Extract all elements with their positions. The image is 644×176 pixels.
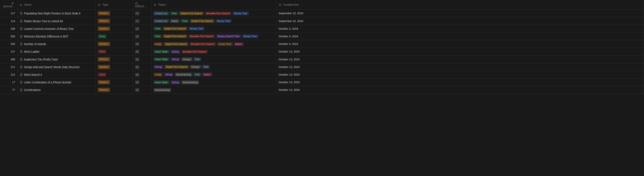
question-number-cell: 212 xyxy=(0,71,18,78)
name-cell[interactable]: Implement Trie (Prefix Tree) xyxy=(18,56,96,63)
header-name-label: Name xyxy=(24,3,32,6)
document-icon xyxy=(20,50,23,53)
created-time: October 13, 2024 xyxy=(278,50,300,53)
table-row[interactable]: 530Minimum Absolute Difference in BSTEas… xyxy=(0,33,644,40)
question-number-cell: 530 xyxy=(0,33,18,40)
header-topics[interactable]: Topics xyxy=(152,0,276,10)
created-time: September 24, 2024 xyxy=(278,20,303,23)
problem-name[interactable]: Letter Combination of a Phone Number xyxy=(24,81,72,84)
table-row[interactable]: 127Word LadderHard6Hash TableStringBread… xyxy=(0,48,644,56)
name-cell[interactable]: Word Ladder xyxy=(18,48,96,56)
name-cell[interactable]: Word Search Ii xyxy=(18,71,96,78)
topic-tag: Backtracking xyxy=(154,88,171,92)
topic-tag: Backtracking xyxy=(175,73,192,76)
hash-icon xyxy=(11,2,14,5)
header-question[interactable]: Questio… xyxy=(0,0,18,10)
svg-point-1 xyxy=(135,2,137,5)
table-row[interactable]: 17Letter Combination of a Phone NumberMe… xyxy=(0,78,644,86)
name-cell[interactable]: Lowest Common Ancestor of Binary Tree xyxy=(18,25,96,33)
question-number: 117 xyxy=(10,12,15,15)
header-created-label: Created time xyxy=(283,3,299,6)
name-cell[interactable]: Letter Combination of a Phone Number xyxy=(18,78,96,86)
topics-cell: Hash TableStringDesignTrie xyxy=(152,56,276,63)
question-number: 77 xyxy=(12,88,15,91)
table-row[interactable]: 114Flatten Binary Tree to Linked listMed… xyxy=(0,17,644,25)
topic-tag: String xyxy=(164,73,174,76)
type-pill: Hard xyxy=(98,72,106,77)
question-number-cell: 127 xyxy=(0,48,18,56)
created-time: October 3, 2024 xyxy=(278,27,298,30)
type-pill: Medium xyxy=(98,11,110,16)
topics-cell: ArrayStringBacktrackingTrieMatrix xyxy=(152,71,276,78)
topics-wrap: StringDepth-First SearchDesignTrie xyxy=(154,65,274,69)
table-row[interactable]: 200Number of IslandsMedium4ArrayDepth-Fi… xyxy=(0,40,644,48)
name-cell[interactable]: Populating Next Right Pointers in Each N… xyxy=(18,10,96,17)
problem-name[interactable]: Number of Islands xyxy=(24,42,46,46)
problem-name[interactable]: Lowest Common Ancestor of Binary Tree xyxy=(24,27,74,30)
table-row[interactable]: 208Implement Trie (Prefix Tree)Medium6Ha… xyxy=(0,56,644,63)
name-cell[interactable]: Flatten Binary Tree to Linked list xyxy=(18,17,96,25)
created-time: October 13, 2024 xyxy=(278,73,300,76)
topic-tag: Array xyxy=(154,42,163,46)
topic-tag: Binary Tree xyxy=(216,19,232,23)
topic-tag: Linked List xyxy=(154,12,169,15)
header-type[interactable]: Type xyxy=(96,0,133,10)
header-name[interactable]: Name xyxy=(18,0,96,10)
document-icon xyxy=(20,88,23,91)
name-wrapper: Number of Islands xyxy=(20,42,94,46)
name-wrapper: Word Search Ii xyxy=(20,73,94,76)
topics-cell: Hash TableStringBacktracking xyxy=(152,78,276,86)
header-question-label: Questio… xyxy=(3,5,15,8)
difficulty-cell: 4 xyxy=(133,33,152,40)
document-icon xyxy=(20,42,23,46)
problem-name[interactable]: Word Ladder xyxy=(24,50,40,53)
problem-name[interactable]: Implement Trie (Prefix Tree) xyxy=(24,58,58,61)
difficulty-cell: 8 xyxy=(133,63,152,71)
table-row[interactable]: 236Lowest Common Ancestor of Binary Tree… xyxy=(0,25,644,33)
problem-name[interactable]: Populating Next Right Pointers in Each N… xyxy=(24,12,80,15)
problem-name[interactable]: Design Add and Search Words Data Structu… xyxy=(24,65,80,69)
header-difficulty[interactable]: Difficult… xyxy=(133,0,152,10)
topic-tag: Depth-First Search xyxy=(163,34,187,38)
name-wrapper: Design Add and Search Words Data Structu… xyxy=(20,65,94,69)
topic-tag: Hash Table xyxy=(154,57,169,61)
name-cell[interactable]: Design Add and Search Words Data Structu… xyxy=(18,63,96,71)
type-cell: Medium xyxy=(96,40,133,48)
header-topics-label: Topics xyxy=(158,3,166,6)
type-pill: Medium xyxy=(98,27,110,31)
table-row[interactable]: 77CombinationsMedium6BacktrackingOctober… xyxy=(0,86,644,94)
header-difficulty-label: Difficult… xyxy=(135,5,147,8)
topic-tag: String xyxy=(154,65,163,69)
type-pill: Medium xyxy=(98,65,110,69)
clock-icon xyxy=(278,4,281,6)
header-created[interactable]: Created time xyxy=(276,0,644,10)
name-cell[interactable]: Minimum Absolute Difference in BST xyxy=(18,33,96,40)
problem-name[interactable]: Word Search Ii xyxy=(24,73,42,76)
table-row[interactable]: 117Populating Next Right Pointers in Eac… xyxy=(0,10,644,17)
created-time: October 13, 2024 xyxy=(278,81,300,84)
topics-cell: TreeDepth-First SearchBreadth-First Sear… xyxy=(152,33,276,40)
name-cell[interactable]: Combinations xyxy=(18,86,96,94)
topic-tag: Tree xyxy=(154,34,162,38)
table-row[interactable]: 212Word Search IiHard6ArrayStringBacktra… xyxy=(0,71,644,78)
question-number: 212 xyxy=(10,73,15,76)
topic-tag: Depth-First Search xyxy=(163,27,187,31)
question-number-cell: 236 xyxy=(0,25,18,33)
problem-name[interactable]: Flatten Binary Tree to Linked list xyxy=(24,20,63,23)
difficulty-value: 6 xyxy=(135,80,140,84)
topics-wrap: Backtracking xyxy=(154,88,274,92)
table-row[interactable]: 211Design Add and Search Words Data Stru… xyxy=(0,63,644,71)
type-pill: Medium xyxy=(98,19,110,23)
type-cell: Hard xyxy=(96,71,133,78)
problem-name[interactable]: Combinations xyxy=(24,88,41,91)
problem-name[interactable]: Minimum Absolute Difference in BST xyxy=(24,35,68,38)
difficulty-value: 4 xyxy=(135,42,140,46)
topics-cell: StringDepth-First SearchDesignTrie xyxy=(152,63,276,71)
name-cell[interactable]: Number of Islands xyxy=(18,40,96,48)
difficulty-value: 6 xyxy=(135,73,140,77)
topics-wrap: ArrayDepth-First SearchBreadth-First Sea… xyxy=(154,42,274,46)
type-pill: Hard xyxy=(98,49,106,54)
svg-point-0 xyxy=(98,4,100,6)
document-icon xyxy=(20,65,23,69)
created-cell: September 24, 2024 xyxy=(276,17,644,25)
